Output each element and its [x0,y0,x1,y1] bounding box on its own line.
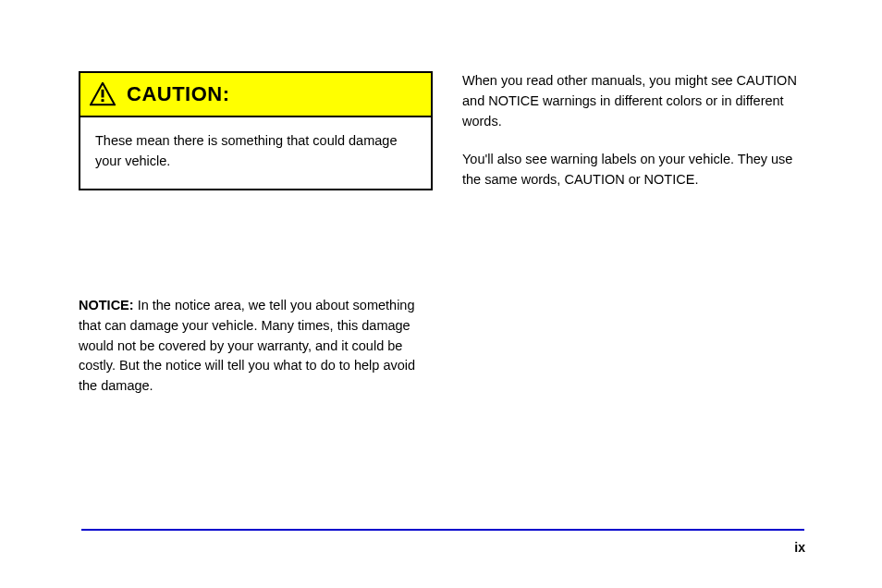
right-column: When you read other manuals, you might s… [462,71,804,209]
page-number: ix [794,540,805,555]
caution-body: These mean there is something that could… [80,117,431,189]
svg-rect-2 [102,99,104,102]
caution-box: CAUTION: These mean there is something t… [79,71,433,190]
caution-title: CAUTION: [127,82,230,106]
footer-divider [81,529,804,531]
warning-triangle-icon [90,82,116,106]
notice-block: NOTICE: In the notice area, we tell you … [79,296,433,397]
caution-body-text: These mean there is something that could… [95,133,397,168]
right-paragraph-1: When you read other manuals, you might s… [462,71,804,131]
svg-rect-1 [102,90,104,98]
caution-header: CAUTION: [80,73,431,117]
right-paragraph-2: You'll also see warning labels on your v… [462,150,804,190]
notice-label: NOTICE: [79,298,134,312]
